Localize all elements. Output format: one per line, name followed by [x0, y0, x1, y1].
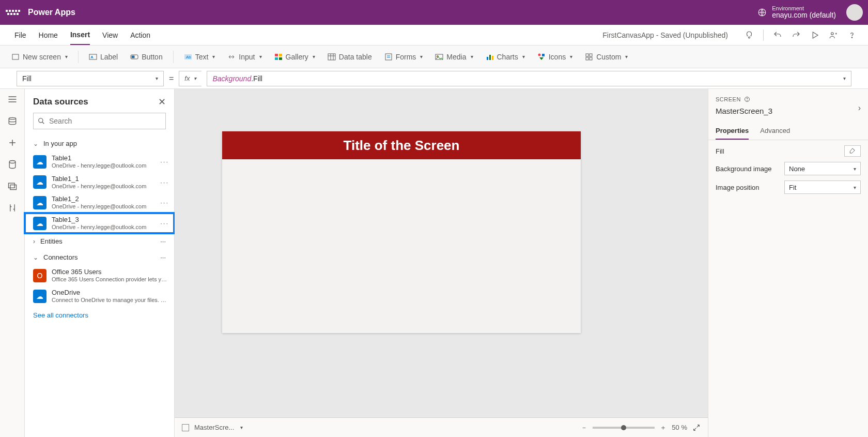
image-position-label: Image position [716, 184, 760, 191]
search-field[interactable] [49, 117, 161, 125]
connector-office365[interactable]: O Office 365 UsersOffice 365 Users Conne… [25, 265, 174, 286]
advanced-tools-icon[interactable] [7, 203, 18, 213]
undo-icon[interactable] [773, 31, 782, 40]
charts-dropdown[interactable]: Charts▾ [481, 50, 530, 64]
help-circle-icon[interactable] [744, 96, 750, 102]
menu-insert[interactable]: Insert [70, 25, 90, 45]
custom-dropdown[interactable]: Custom▾ [580, 50, 633, 64]
app-launcher-icon[interactable] [5, 5, 21, 20]
office365-icon: O [33, 269, 47, 282]
menu-action[interactable]: Action [130, 26, 150, 44]
canvas[interactable]: Title of the Screen MasterScre... ▾ － ＋ … [175, 89, 708, 437]
more-icon[interactable]: ··· [160, 253, 166, 261]
custom-label: Custom [596, 53, 621, 61]
data-item-table1-3[interactable]: ☁ Table1_3OneDrive - henry.legge@outlook… [25, 213, 174, 234]
new-screen-button[interactable]: New screen▾ [6, 50, 73, 64]
screen-label: SCREEN [716, 96, 861, 102]
see-all-connectors-link[interactable]: See all connectors [25, 306, 174, 324]
redo-icon[interactable] [792, 31, 801, 40]
icons-dropdown[interactable]: Icons▾ [532, 50, 578, 64]
new-screen-label: New screen [23, 53, 61, 61]
chevron-down-icon[interactable]: ▾ [240, 425, 243, 430]
user-avatar[interactable] [846, 4, 863, 21]
fit-to-window-icon[interactable] [692, 424, 701, 432]
background-image-select[interactable]: None▾ [784, 162, 861, 175]
screen-title-bar[interactable]: Title of the Screen [222, 131, 581, 159]
svg-point-27 [9, 161, 16, 163]
fx-button[interactable]: fx▾ [179, 71, 202, 86]
more-icon[interactable]: ··· [160, 158, 169, 165]
svg-point-3 [851, 37, 853, 38]
text-label: Text [195, 53, 209, 61]
search-input[interactable] [33, 113, 166, 129]
screen-artboard[interactable]: Title of the Screen [222, 131, 581, 333]
input-dropdown[interactable]: Input▾ [222, 50, 267, 64]
more-icon[interactable]: ··· [160, 237, 166, 245]
button-label: Button [142, 53, 162, 61]
app-checker-icon[interactable] [745, 31, 754, 40]
menu-file[interactable]: File [14, 26, 26, 44]
zoom-out-button[interactable]: － [581, 423, 587, 432]
svg-rect-10 [275, 54, 278, 56]
svg-rect-22 [542, 54, 545, 56]
formula-input[interactable]: Background.Fill ▾ [207, 71, 851, 86]
label-button[interactable]: Label [84, 50, 123, 64]
image-position-select[interactable]: Fit▾ [784, 180, 861, 194]
icons-label: Icons [549, 53, 566, 61]
menu-view[interactable]: View [102, 26, 118, 44]
formula-prop: .Fill [251, 74, 262, 83]
help-icon[interactable] [847, 31, 857, 40]
left-rail [0, 89, 25, 437]
svg-rect-26 [590, 57, 592, 60]
share-icon[interactable] [829, 31, 838, 40]
datatable-button[interactable]: Data table [322, 50, 377, 64]
insert-rail-icon[interactable] [7, 138, 18, 148]
hamburger-icon[interactable] [7, 94, 18, 104]
zoom-in-button[interactable]: ＋ [660, 423, 667, 432]
media-rail-icon[interactable] [7, 181, 18, 191]
section-connectors[interactable]: ⌄Connectors ··· [25, 249, 174, 265]
svg-rect-14 [328, 54, 335, 60]
property-selector[interactable]: Fill ▾ [17, 71, 164, 86]
connector-onedrive[interactable]: ☁ OneDriveConnect to OneDrive to manage … [25, 286, 174, 307]
data-icon[interactable] [7, 159, 18, 170]
forms-dropdown[interactable]: Forms▾ [379, 50, 428, 64]
svg-rect-25 [586, 57, 588, 60]
media-dropdown[interactable]: Media▾ [430, 50, 478, 64]
search-icon [38, 117, 45, 125]
data-sources-panel: Data sources ✕ ⌄In your app ☁ Table1OneD… [25, 89, 175, 437]
section-entities[interactable]: ›Entities ··· [25, 233, 174, 249]
svg-rect-13 [279, 57, 282, 60]
more-icon[interactable]: ··· [160, 178, 169, 186]
more-icon[interactable]: ··· [160, 199, 169, 206]
menu-home[interactable]: Home [39, 26, 58, 44]
text-dropdown[interactable]: Ab Text▾ [179, 50, 221, 64]
onedrive-icon: ☁ [33, 290, 47, 303]
chevron-right-icon[interactable]: › [858, 103, 861, 113]
select-screen-checkbox[interactable] [182, 424, 189, 431]
data-item-table1-2[interactable]: ☁ Table1_2OneDrive - henry.legge@outlook… [25, 192, 174, 213]
formula-bar: Fill ▾ = fx▾ Background.Fill ▾ [0, 68, 868, 89]
menu-bar: File Home Insert View Action FirstCanvas… [0, 25, 868, 46]
tab-advanced[interactable]: Advanced [760, 123, 790, 140]
datatable-label: Data table [339, 53, 372, 61]
formula-expand-icon[interactable]: ▾ [843, 76, 846, 81]
more-icon[interactable]: ··· [160, 219, 169, 227]
onedrive-icon: ☁ [33, 217, 47, 230]
svg-rect-24 [590, 54, 592, 56]
environment-picker[interactable]: Environment enayu.com (default) [757, 5, 836, 19]
close-icon[interactable]: ✕ [158, 96, 166, 108]
section-in-your-app[interactable]: ⌄In your app [25, 135, 174, 152]
zoom-slider[interactable] [593, 427, 655, 429]
data-item-table1-1[interactable]: ☁ Table1_1OneDrive - henry.legge@outlook… [25, 172, 174, 193]
tab-properties[interactable]: Properties [716, 123, 749, 140]
footer-screen-name[interactable]: MasterScre... [194, 424, 234, 431]
fill-color-picker[interactable] [844, 145, 861, 157]
input-label: Input [239, 53, 255, 61]
button-button[interactable]: Button [125, 50, 167, 64]
data-item-table1[interactable]: ☁ Table1OneDrive - henry.legge@outlook.c… [25, 152, 174, 172]
play-icon[interactable] [810, 31, 819, 40]
gallery-dropdown[interactable]: Gallery▾ [269, 50, 320, 64]
tree-view-icon[interactable] [7, 116, 18, 126]
label-label: Label [100, 53, 118, 61]
